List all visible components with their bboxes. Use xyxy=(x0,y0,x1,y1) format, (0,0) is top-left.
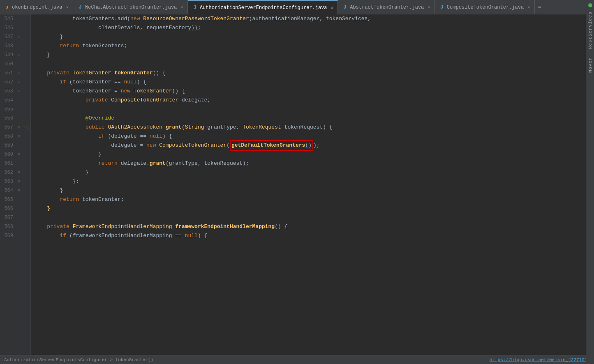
code-line-558: if (delegate == null) { xyxy=(34,132,594,141)
code-line-565: return tokenGranter; xyxy=(34,195,594,204)
gutter-row-546: 546 xyxy=(0,23,30,32)
gutter-space xyxy=(16,114,22,123)
fold-icon[interactable]: ▽ xyxy=(16,78,22,87)
line-number: 551 xyxy=(0,70,16,76)
rest-services-label[interactable]: RestServices xyxy=(588,12,593,49)
status-indicator xyxy=(588,3,592,7)
fold-icon[interactable]: ▽ xyxy=(16,51,22,60)
gutter-space2 xyxy=(22,41,29,51)
gutter-row-566: 566 xyxy=(0,204,30,213)
gutter-space2 xyxy=(22,32,29,41)
code-line-553: tokenGranter = new TokenGranter() { xyxy=(34,87,594,96)
java-icon-3: J xyxy=(192,5,198,11)
gutter-space xyxy=(16,195,22,204)
tab-authserver[interactable]: J AuthorizationServerEndpointsConfigurer… xyxy=(188,0,338,14)
gutter-row-563: 563 ▽ xyxy=(0,177,30,186)
gutter-row-560: 560 ▽ xyxy=(0,150,30,159)
gutter-row-548: 548 xyxy=(0,41,30,51)
code-line-551: private TokenGranter tokenGranter() { xyxy=(34,69,594,78)
gutter-row-559: 559 xyxy=(0,141,30,150)
fold-icon[interactable]: ▽ xyxy=(16,87,22,96)
gutter-space xyxy=(16,41,22,51)
gutter-space xyxy=(16,23,22,32)
tab-abstract[interactable]: J AbstractTokenGranter.java ✕ xyxy=(338,0,435,14)
line-gutter: 545 546 547 ▽ 548 xyxy=(0,14,31,355)
gutter-space2 xyxy=(22,114,29,123)
line-number: 564 xyxy=(0,188,16,194)
breadcrumb: AuthorizationServerEndpointsConfigurer >… xyxy=(4,357,153,362)
line-number: 562 xyxy=(0,170,16,175)
gutter-row-557: 557 ▽ ↑ ◁ xyxy=(0,123,30,132)
code-line-546: clientDetails, requestFactory)); xyxy=(34,23,594,32)
code-line-547: } xyxy=(34,32,594,41)
gutter-space xyxy=(16,204,22,213)
tab-label: CompositeTokenGranter.java xyxy=(447,5,524,10)
gutter-space2 xyxy=(22,14,29,23)
tab-composite[interactable]: J CompositeTokenGranter.java ✕ xyxy=(435,0,535,14)
gutter-row-554: 554 xyxy=(0,96,30,105)
fold-icon[interactable]: ▽ xyxy=(16,186,22,195)
fold-icon[interactable]: ▽ xyxy=(16,168,22,177)
editor-area: 545 546 547 ▽ 548 xyxy=(0,14,594,355)
fold-icon[interactable]: ▽ xyxy=(16,132,22,141)
line-number: 550 xyxy=(0,61,16,67)
java-icon-5: J xyxy=(439,5,445,10)
line-number: 553 xyxy=(0,88,16,94)
gutter-space2 xyxy=(22,132,29,141)
code-content[interactable]: tokenGranters.add(new ResourceOwnerPassw… xyxy=(31,14,594,355)
gutter-space2 xyxy=(22,51,29,60)
line-number: 565 xyxy=(0,197,16,203)
code-line-568: private FrameworkEndpointHandlerMapping … xyxy=(34,222,594,231)
close-icon[interactable]: ✕ xyxy=(527,5,530,10)
line-number: 556 xyxy=(0,115,16,121)
gutter-space2 xyxy=(22,23,29,32)
fold-icon[interactable]: ▽ xyxy=(16,177,22,186)
gutter-space xyxy=(16,213,22,222)
tab-wechat[interactable]: J WeChatAbstractTokenGranter.java ✕ xyxy=(73,0,188,14)
gutter-space xyxy=(16,141,22,150)
line-number: 561 xyxy=(0,161,16,166)
fold-icon[interactable]: ▽ xyxy=(16,150,22,159)
line-number: 566 xyxy=(0,206,16,212)
editor-container: J okenEndpoint.java ✕ J WeChatAbstractTo… xyxy=(0,0,594,364)
gutter-row-551: 551 ▽ xyxy=(0,69,30,78)
code-line-563: }; xyxy=(34,177,594,186)
tab-label: WeChatAbstractTokenGranter.java xyxy=(85,5,177,10)
gutter-row-567: 567 xyxy=(0,213,30,222)
line-number: 549 xyxy=(0,52,16,58)
gutter-row-549: 549 ▽ xyxy=(0,51,30,60)
gutter-row-545: 545 xyxy=(0,14,30,23)
fold-icon[interactable]: ▽ xyxy=(16,69,22,78)
maven-label[interactable]: Maven xyxy=(588,57,593,73)
code-line-550 xyxy=(34,60,594,69)
fold-icon[interactable]: ▽ xyxy=(16,32,22,41)
gutter-space xyxy=(16,105,22,114)
line-number: 545 xyxy=(0,16,16,22)
tab-tokenendpoint[interactable]: J okenEndpoint.java ✕ xyxy=(0,0,73,14)
gutter-space2 xyxy=(22,69,29,78)
gutter-row-562: 562 ▽ xyxy=(0,168,30,177)
java-icon-4: J xyxy=(342,5,348,10)
code-line-556: @Override xyxy=(34,114,594,123)
tab-overflow-button[interactable]: ≡ xyxy=(535,0,545,14)
close-icon[interactable]: ✕ xyxy=(428,5,430,10)
line-number: 554 xyxy=(0,97,16,103)
gutter-space2 xyxy=(22,150,29,159)
csdn-url[interactable]: https://blog.csdn.net/weixin_42271016 xyxy=(490,357,590,362)
gutter-space2 xyxy=(22,105,29,114)
code-line-555 xyxy=(34,105,594,114)
gutter-space xyxy=(16,231,22,240)
code-line-552: if (tokenGranter == null) { xyxy=(34,78,594,87)
close-icon[interactable]: ✕ xyxy=(66,5,69,10)
gutter-space2 xyxy=(22,177,29,186)
gutter-row-550: 550 xyxy=(0,60,30,69)
line-number: 546 xyxy=(0,25,16,31)
close-icon[interactable]: ✕ xyxy=(180,5,183,10)
gutter-space xyxy=(16,222,22,231)
tab-bar: J okenEndpoint.java ✕ J WeChatAbstractTo… xyxy=(0,0,594,14)
code-line-569: if (frameworkEndpointHandlerMapping == n… xyxy=(34,231,594,240)
close-icon[interactable]: ✕ xyxy=(331,5,334,10)
line-number: 557 xyxy=(0,124,16,130)
fold-icon[interactable]: ▽ xyxy=(16,123,22,132)
gutter-row-569: 569 xyxy=(0,231,30,240)
